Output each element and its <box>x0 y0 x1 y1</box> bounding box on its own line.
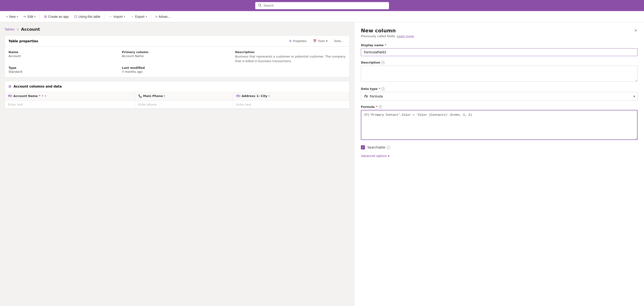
col1-dropdown-icon[interactable]: ▾ <box>45 95 46 97</box>
formula-info-icon[interactable]: i <box>378 105 382 108</box>
import-dropdown-icon: ▾ <box>124 15 125 18</box>
last-modified-prop: Last modified 7 months ago <box>122 66 232 73</box>
panel-title: New column <box>361 28 638 34</box>
account-name-col-label: Account Name <box>13 94 38 98</box>
toolbar: + New ▾ ✏ Edit ▾ ⊞ Create an app ⊡ Using… <box>0 11 644 22</box>
panel-close-button[interactable]: × <box>632 27 640 34</box>
chevron-down-icon: ▾ <box>634 94 635 98</box>
import-button[interactable]: ← Import ▾ <box>106 13 127 20</box>
primary-col-prop: Primary column Account Name <box>122 50 232 63</box>
panel-subtitle-text: Previously called fields. <box>361 34 396 38</box>
tools-icon: 📅 <box>313 39 316 43</box>
new-column-panel: × New column Previously called fields. L… <box>354 22 644 306</box>
formula-fx-icon: fx <box>364 94 368 98</box>
city-col-label: Address 1: City <box>242 94 267 98</box>
schedule-button[interactable]: Sche... <box>332 38 346 44</box>
last-modified-prop-label: Last modified <box>122 66 232 70</box>
cell-enter-text-2[interactable]: Enter text <box>233 100 349 109</box>
display-name-group: Display name * <box>361 43 638 56</box>
advanced-icon: ≡ <box>156 15 158 19</box>
panel-subtitle: Previously called fields. Learn more <box>361 34 638 38</box>
data-type-required: * <box>378 87 380 91</box>
formula-label: Formula * i <box>361 105 638 108</box>
data-type-group: Data type * i fx Formula ▾ <box>361 87 638 100</box>
search-input[interactable] <box>264 4 386 8</box>
searchable-info-icon[interactable]: i <box>387 146 390 149</box>
phone-icon: 📞 <box>138 94 142 98</box>
cell-enter-text-1[interactable]: Enter text <box>5 100 135 109</box>
abc-icon-2: Abc <box>236 94 240 98</box>
left-panel: Tables > Account Table properties ⚙ Prop… <box>0 22 354 306</box>
schedule-btn-label: Sche... <box>334 39 343 43</box>
toolbar-separator-3 <box>151 14 151 19</box>
export-label: Export <box>135 15 144 19</box>
table-properties-card: Table properties ⚙ Properties 📅 Tools ▾ … <box>4 35 350 77</box>
col3-dropdown-icon[interactable]: ▾ <box>268 95 270 97</box>
columns-title: Account columns and data <box>14 85 62 88</box>
export-button[interactable]: → Export ▾ <box>128 13 149 20</box>
search-box[interactable] <box>255 2 389 9</box>
col2-dropdown-icon[interactable]: ▾ <box>164 95 165 97</box>
export-dropdown-icon: ▾ <box>146 15 147 18</box>
description-label: Description i <box>361 61 638 64</box>
display-name-input[interactable] <box>361 48 638 56</box>
create-app-button[interactable]: ⊞ Create an app <box>42 13 71 20</box>
data-type-info-icon[interactable]: i <box>381 87 385 91</box>
create-app-icon: ⊞ <box>44 15 47 19</box>
advanced-options-chevron-icon: ▾ <box>388 154 390 158</box>
searchable-checkbox[interactable]: ✓ <box>361 145 365 149</box>
col-header-main-phone[interactable]: 📞 Main Phone ▾ <box>135 91 233 100</box>
edit-icon: ✏ <box>24 15 26 19</box>
top-bar <box>0 0 644 11</box>
col-header-account-name[interactable]: Abc Account Name * ↑ ▾ <box>5 91 135 100</box>
new-label: New <box>9 15 16 19</box>
advan-label: Advan... <box>158 15 170 19</box>
description-prop: Description Business that represents a c… <box>235 50 346 63</box>
create-app-label: Create an app <box>48 15 69 19</box>
formula-editor[interactable]: If('Primary Contact'.Color = 'Color (Con… <box>361 110 638 140</box>
tools-button[interactable]: 📅 Tools ▾ <box>310 38 330 44</box>
properties-button[interactable]: ⚙ Properties <box>286 38 309 44</box>
data-type-label: Data type * i <box>361 87 638 91</box>
tools-dropdown-icon: ▾ <box>326 39 328 43</box>
formula-label-text: Formula <box>361 105 375 108</box>
searchable-label-text: Searchable <box>367 145 385 149</box>
primary-col-prop-value: Account Name <box>122 54 232 58</box>
breadcrumb-separator: > <box>16 28 19 31</box>
columns-card: ⊞ Account columns and data Abc Account N… <box>4 81 350 109</box>
edit-label: Edit <box>28 15 33 19</box>
searchable-label: Searchable i <box>367 145 390 149</box>
abc-icon: Abc <box>8 94 12 98</box>
using-table-label: Using this table <box>78 15 100 19</box>
type-prop-value: Standard <box>8 70 119 73</box>
data-table: Abc Account Name * ↑ ▾ 📞 Main Phone <box>5 91 349 109</box>
sort-icon[interactable]: ↑ <box>42 94 44 97</box>
edit-dropdown-icon: ▾ <box>34 15 36 18</box>
learn-more-link[interactable]: Learn more <box>397 34 414 38</box>
description-info-icon[interactable]: i <box>381 61 385 64</box>
breadcrumb-tables-link[interactable]: Tables <box>4 28 15 31</box>
formula-required: * <box>376 105 378 108</box>
display-name-label: Display name * <box>361 43 638 47</box>
display-name-required: * <box>385 43 386 47</box>
data-type-select[interactable]: fx Formula ▾ <box>361 92 638 100</box>
new-button[interactable]: + New ▾ <box>4 13 20 20</box>
name-prop-value: Account <box>8 54 119 58</box>
description-input[interactable] <box>361 66 638 82</box>
description-prop-label: Description <box>235 50 346 54</box>
description-prop-value: Business that represents a customer or p… <box>235 54 346 63</box>
breadcrumb-current: Account <box>21 27 40 32</box>
name-prop-label: Name <box>8 50 119 54</box>
using-table-button[interactable]: ⊡ Using this table <box>72 13 103 20</box>
col-header-address-city[interactable]: Abc Address 1: City ▾ <box>233 91 349 100</box>
edit-button[interactable]: ✏ Edit ▾ <box>21 13 38 20</box>
cell-enter-phone[interactable]: Enter phone <box>135 100 233 109</box>
name-prop: Name Account <box>8 50 119 63</box>
type-prop-label: Type <box>8 66 119 70</box>
export-icon: → <box>130 15 134 19</box>
svg-line-1 <box>260 6 261 7</box>
advanced-options-button[interactable]: Advanced options ▾ <box>361 154 390 158</box>
advanced-button[interactable]: ≡ Advan... <box>153 13 173 20</box>
description-label-text: Description <box>361 61 380 64</box>
display-name-label-text: Display name <box>361 43 384 47</box>
